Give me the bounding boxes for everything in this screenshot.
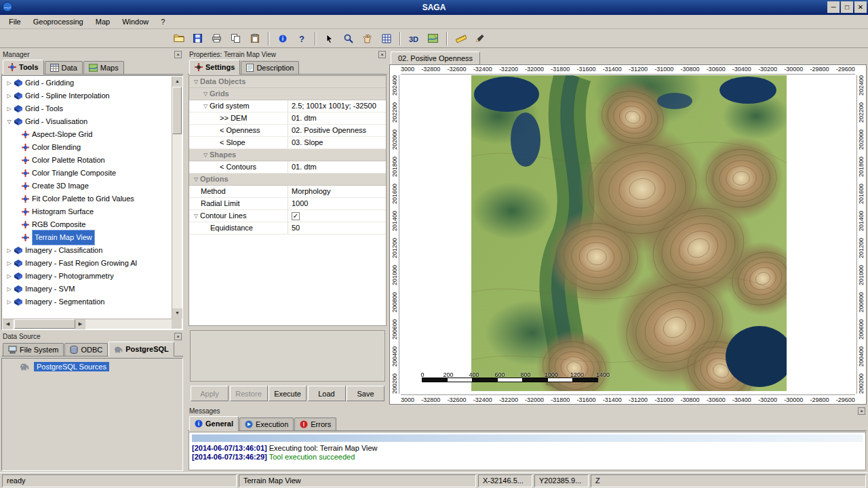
properties-tab-settings[interactable]: Settings: [189, 60, 240, 75]
expand-arrow-icon[interactable]: ▷: [5, 257, 14, 270]
tree-tool-create-3d-image[interactable]: Create 3D Image: [3, 180, 172, 192]
collapse-arrow-icon[interactable]: ▽: [201, 88, 210, 100]
collapse-arrow-icon[interactable]: ▽: [192, 210, 200, 222]
contour-lines-checkbox[interactable]: ✓: [292, 212, 300, 220]
property-group-grids[interactable]: ▽Grids: [189, 88, 386, 100]
tree-library-grid-visualisation[interactable]: ▽Grid - Visualisation: [3, 115, 172, 128]
execute-button[interactable]: Execute: [269, 386, 307, 401]
tree-tool-terrain-map-view[interactable]: Terrain Map View: [3, 231, 172, 244]
pan-button[interactable]: [358, 30, 376, 47]
expand-arrow-icon[interactable]: ▷: [5, 296, 14, 308]
property-value[interactable]: 03. Slope: [288, 137, 386, 148]
property-value[interactable]: 02. Positive Openness: [288, 125, 386, 136]
maximize-icon[interactable]: □: [841, 1, 853, 13]
help-button[interactable]: ?: [292, 30, 311, 47]
scroll-up-icon[interactable]: ▲: [172, 77, 182, 87]
save-button[interactable]: [189, 30, 207, 47]
close-icon[interactable]: ✕: [854, 1, 867, 13]
open-button[interactable]: [170, 30, 188, 47]
manager-tab-maps[interactable]: Maps: [83, 61, 124, 74]
tree-library-grid-tools[interactable]: ▷Grid - Tools: [3, 102, 172, 115]
property-value[interactable]: ✓: [288, 210, 386, 222]
scrollbar-thumb[interactable]: [172, 87, 182, 134]
scroll-down-icon[interactable]: ▼: [172, 308, 182, 319]
tree-tool-aspect-slope-grid[interactable]: Aspect-Slope Grid: [3, 128, 172, 141]
postgresql-sources-item[interactable]: PostgreSQL Sources: [20, 361, 182, 373]
zoom-to-extent-button[interactable]: [377, 30, 395, 47]
expand-arrow-icon[interactable]: ▽: [5, 115, 14, 128]
tree-tool-color-triangle-composite[interactable]: Color Triangle Composite: [3, 167, 172, 180]
property-group-options[interactable]: ▽Options: [189, 174, 386, 186]
tree-library-imagery-svm[interactable]: ▷Imagery - SVM: [3, 283, 172, 296]
map-tab-positive-openness[interactable]: 02. Positive Openness: [391, 52, 480, 64]
print-button[interactable]: [208, 30, 226, 47]
scroll-right-icon[interactable]: ▶: [75, 319, 85, 329]
tree-library-imagery-classification[interactable]: ▷Imagery - Classification: [3, 244, 172, 257]
tree-library-imagery-segmentation[interactable]: ▷Imagery - Segmentation: [3, 296, 172, 308]
map-composer-button[interactable]: [424, 30, 442, 47]
manager-tab-data[interactable]: Data: [45, 61, 83, 74]
property-value[interactable]: 01. dtm: [288, 113, 386, 124]
property-value[interactable]: 1000: [288, 198, 386, 209]
tree-library-grid-spline-interpolation[interactable]: ▷Grid - Spline Interpolation: [3, 89, 172, 102]
messages-close-icon[interactable]: ×: [858, 407, 865, 415]
tree-tool-histogram-surface[interactable]: Histogram Surface: [3, 205, 172, 218]
restore-button[interactable]: Restore: [230, 386, 268, 401]
properties-close-icon[interactable]: ×: [378, 51, 386, 58]
expand-arrow-icon[interactable]: ▷: [5, 89, 14, 102]
measure-button[interactable]: [452, 30, 470, 47]
load-button[interactable]: Load: [308, 386, 346, 401]
property-value[interactable]: Morphology: [288, 186, 386, 197]
menu-help[interactable]: ?: [155, 16, 171, 27]
menu-geoprocessing[interactable]: Geoprocessing: [27, 16, 90, 27]
data-source-close-icon[interactable]: ×: [174, 333, 182, 340]
horizontal-scrollbar[interactable]: ◀ ▶: [3, 319, 172, 329]
collapse-arrow-icon[interactable]: ▽: [192, 174, 200, 185]
map-canvas[interactable]: 3000-32800-32600-32400-32200-32000-31800…: [389, 64, 867, 405]
messages-tab-general[interactable]: iGeneral: [189, 416, 239, 431]
manager-tab-tools[interactable]: Tools: [3, 60, 44, 75]
vertical-scrollbar[interactable]: ▲ ▼: [172, 77, 182, 319]
property-group-data-objects[interactable]: ▽Data Objects: [189, 76, 386, 88]
messages-tab-errors[interactable]: !Errors: [294, 418, 336, 430]
tree-library-grid-gridding[interactable]: ▷Grid - Gridding: [3, 77, 172, 89]
minimize-icon[interactable]: ─: [827, 1, 840, 13]
tree-tool-color-palette-rotation[interactable]: Color Palette Rotation: [3, 154, 172, 167]
expand-arrow-icon[interactable]: ▷: [5, 102, 14, 115]
menu-map[interactable]: Map: [90, 16, 116, 27]
property-value[interactable]: 2.5; 1001x 1001y; -32500: [288, 100, 386, 112]
copy-button[interactable]: [226, 30, 245, 47]
pointer-button[interactable]: [320, 30, 338, 47]
tree-library-imagery-fast-region-growing-al[interactable]: ▷Imagery - Fast Region Growing Al: [3, 257, 172, 270]
expand-arrow-icon[interactable]: ▷: [5, 270, 14, 283]
scrollbar-thumb[interactable]: [14, 319, 75, 329]
manager-close-icon[interactable]: ×: [174, 51, 182, 58]
collapse-arrow-icon[interactable]: ▽: [201, 100, 210, 112]
datasource-tab-odbc[interactable]: ODBC: [64, 343, 108, 356]
messages-tab-execution[interactable]: Execution: [239, 418, 294, 430]
menu-window[interactable]: Window: [116, 16, 155, 27]
expand-arrow-icon[interactable]: ▷: [5, 244, 14, 257]
view-3d-button[interactable]: 3D: [405, 30, 423, 47]
expand-arrow-icon[interactable]: ▷: [5, 77, 14, 89]
datasource-tab-file-system[interactable]: File System: [3, 343, 64, 356]
property-value[interactable]: 50: [288, 222, 386, 234]
scroll-left-icon[interactable]: ◀: [3, 319, 13, 329]
datasource-tab-postgresql[interactable]: PostgreSQL: [108, 342, 174, 357]
properties-tab-description[interactable]: Description: [241, 61, 299, 74]
tree-tool-fit-color-palette-to-grid-values[interactable]: Fit Color Palette to Grid Values: [3, 192, 172, 205]
apply-button[interactable]: Apply: [191, 386, 229, 401]
collapse-arrow-icon[interactable]: ▽: [192, 76, 200, 87]
tree-tool-color-blending[interactable]: Color Blending: [3, 141, 172, 154]
zoom-button[interactable]: [339, 30, 357, 47]
property-value[interactable]: 01. dtm: [288, 161, 386, 173]
expand-arrow-icon[interactable]: ▷: [5, 283, 14, 296]
digitize-button[interactable]: [471, 30, 489, 47]
save-button[interactable]: Save: [347, 386, 384, 401]
paste-button[interactable]: [245, 30, 264, 47]
info-button[interactable]: i: [273, 30, 292, 47]
property-group-shapes[interactable]: ▽Shapes: [189, 149, 386, 161]
menu-file[interactable]: File: [3, 16, 27, 27]
terrain-map-image[interactable]: [471, 75, 787, 391]
tree-library-imagery-photogrammetry[interactable]: ▷Imagery - Photogrammetry: [3, 270, 172, 283]
